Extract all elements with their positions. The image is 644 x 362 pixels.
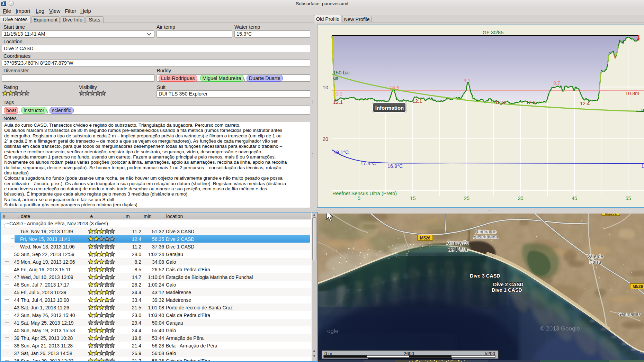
svg-text:10: 10 xyxy=(323,85,328,90)
svg-text:© 2013 Google: © 2013 Google xyxy=(540,325,580,332)
svg-text:ogle: ogle xyxy=(327,328,338,334)
svg-text:Dive 2 CASD: Dive 2 CASD xyxy=(493,282,524,287)
svg-text:20: 20 xyxy=(323,136,328,142)
svg-text:12.1: 12.1 xyxy=(333,99,343,105)
svg-text:45: 45 xyxy=(572,196,577,201)
svg-text:Dive 1 CASD: Dive 1 CASD xyxy=(492,287,522,293)
svg-text:M526: M526 xyxy=(420,236,430,241)
svg-text:9.1: 9.1 xyxy=(464,78,471,83)
svg-text:10.5: 10.5 xyxy=(390,85,399,91)
svg-text:M526: M526 xyxy=(633,284,643,289)
svg-text:Dive 3 CASD: Dive 3 CASD xyxy=(470,273,500,279)
svg-text:55: 55 xyxy=(625,196,631,201)
svg-text:12.1: 12.1 xyxy=(412,98,422,104)
svg-text:GF 30/85: GF 30/85 xyxy=(483,30,503,35)
svg-text:M1261: M1261 xyxy=(605,214,617,215)
svg-text:9.7: 9.7 xyxy=(553,80,560,86)
svg-text:Reefnet Sensus Ultra (Preto): Reefnet Sensus Ultra (Preto) xyxy=(332,191,397,196)
svg-text:10.8: 10.8 xyxy=(332,91,342,97)
svg-text:16.9°C: 16.9°C xyxy=(387,163,403,169)
svg-text:12.3: 12.3 xyxy=(526,100,536,105)
svg-text:de Pêra: de Pêra xyxy=(448,246,467,252)
svg-text:17.4°C: 17.4°C xyxy=(360,161,376,166)
svg-text:air: air xyxy=(333,75,339,81)
svg-text:Ribeira de: Ribeira de xyxy=(475,229,497,234)
svg-text:Information: Information xyxy=(375,105,404,111)
svg-text:5: 5 xyxy=(358,196,360,201)
svg-text:25: 25 xyxy=(464,196,469,201)
svg-text:15: 15 xyxy=(410,196,415,201)
svg-text:19.1°C: 19.1°C xyxy=(333,150,349,155)
svg-text:150 bar: 150 bar xyxy=(333,70,350,75)
svg-text:Sesmarias: Sesmarias xyxy=(618,311,641,317)
svg-text:80: 80 xyxy=(641,108,644,113)
svg-text:Parra: Parra xyxy=(589,259,601,265)
svg-text:35: 35 xyxy=(518,196,523,201)
svg-text:16.: 16. xyxy=(641,163,644,169)
svg-text:Armação: Armação xyxy=(447,240,469,246)
svg-text:10.8m: 10.8m xyxy=(625,91,639,96)
svg-text:12.3: 12.3 xyxy=(495,100,505,105)
svg-text:12.4: 12.4 xyxy=(580,101,590,106)
svg-text:Vale de: Vale de xyxy=(587,254,603,259)
svg-text:Alcantarilha: Alcantarilha xyxy=(474,234,498,239)
